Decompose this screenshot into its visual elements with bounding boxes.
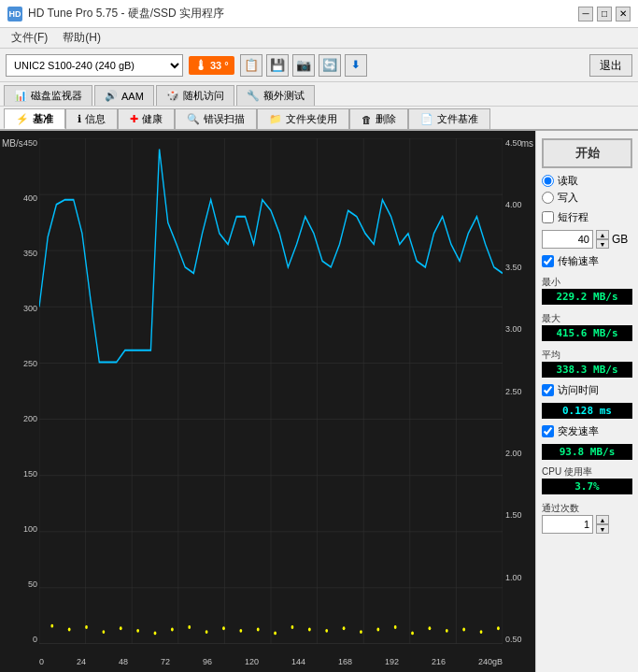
avg-label: 平均 — [542, 349, 632, 362]
delete-icon: 🗑 — [362, 114, 372, 125]
svg-point-29 — [171, 628, 174, 632]
svg-point-46 — [462, 628, 465, 632]
disk-monitor-icon: 📊 — [14, 90, 27, 102]
tab-folder-usage[interactable]: 📁 文件夹使用 — [257, 108, 349, 129]
x-tick-168: 168 — [338, 657, 352, 666]
x-tick-96: 96 — [203, 657, 212, 666]
tab-extra-test[interactable]: 🔧 额外测试 — [236, 85, 315, 106]
x-tick-144: 144 — [291, 657, 305, 666]
gb-unit: GB — [612, 233, 628, 246]
svg-point-36 — [291, 625, 294, 629]
y-tick-200: 200 — [2, 414, 37, 423]
gb-spin-down[interactable]: ▼ — [596, 239, 609, 249]
y2-tick-400: 4.00 — [505, 200, 533, 209]
svg-point-32 — [222, 626, 225, 630]
menu-bar: 文件(F) 帮助(H) — [0, 28, 638, 49]
temp-unit: ° — [224, 60, 228, 71]
gb-input[interactable] — [542, 230, 593, 249]
pass-spin-up[interactable]: ▲ — [596, 515, 609, 524]
tab-random-access[interactable]: 🎲 随机访问 — [156, 85, 234, 106]
random-access-icon: 🎲 — [166, 90, 179, 102]
avg-stat: 平均 338.3 MB/s — [542, 347, 632, 378]
random-access-label: 随机访问 — [183, 89, 224, 103]
access-time-check[interactable]: 访问时间 — [542, 383, 632, 397]
x-tick-0: 0 — [39, 657, 44, 666]
transfer-rate-label: 传输速率 — [558, 254, 599, 268]
write-label: 写入 — [558, 191, 578, 205]
x-axis: 0 24 48 72 96 120 144 168 192 216 240gB — [39, 657, 503, 666]
tab-benchmark[interactable]: ⚡ 基准 — [4, 108, 65, 129]
temp-value: 33 — [210, 60, 221, 71]
svg-point-25 — [103, 630, 106, 634]
transfer-rate-check[interactable]: 传输速率 — [542, 254, 632, 268]
min-stat: 最小 229.2 MB/s — [542, 274, 632, 305]
folder-usage-label: 文件夹使用 — [286, 112, 337, 126]
file-benchmark-label: 文件基准 — [437, 112, 478, 126]
disk-monitor-label: 磁盘监视器 — [31, 89, 82, 103]
exit-button[interactable]: 退出 — [589, 54, 632, 77]
read-radio[interactable]: 读取 — [542, 174, 632, 188]
toolbar-icons: 📋 💾 📷 🔄 ⬇ — [240, 54, 367, 77]
tab-disk-monitor[interactable]: 📊 磁盘监视器 — [4, 85, 92, 106]
start-button[interactable]: 开始 — [542, 138, 632, 168]
y2-tick-350: 3.50 — [505, 263, 533, 272]
tab-file-benchmark[interactable]: 📄 文件基准 — [408, 108, 490, 129]
error-scan-icon: 🔍 — [187, 113, 200, 125]
gb-spinner: ▲ ▼ — [596, 230, 609, 249]
gb-spin-up[interactable]: ▲ — [596, 230, 609, 239]
drive-select[interactable]: UNIC2 S100-240 (240 gB) — [6, 54, 183, 77]
max-stat: 最大 415.6 MB/s — [542, 310, 632, 341]
y-tick-350: 350 — [2, 249, 37, 258]
svg-point-24 — [85, 625, 88, 629]
short-stroke-input[interactable] — [542, 211, 554, 223]
svg-point-35 — [274, 631, 276, 635]
x-tick-24: 24 — [77, 657, 86, 666]
menu-file[interactable]: 文件(F) — [4, 28, 55, 48]
read-radio-input[interactable] — [542, 175, 554, 187]
tab-info[interactable]: ℹ 信息 — [65, 108, 118, 129]
toolbar-btn-1[interactable]: 📋 — [240, 54, 262, 77]
svg-point-31 — [206, 630, 208, 634]
menu-help[interactable]: 帮助(H) — [55, 28, 108, 48]
y-tick-50: 50 — [2, 579, 37, 589]
tab-health[interactable]: ✚ 健康 — [118, 108, 175, 129]
y-axis-right: 4.50 4.00 3.50 3.00 2.50 2.00 1.50 1.00 … — [505, 138, 533, 644]
window-controls: ─ □ ✕ — [578, 7, 631, 21]
write-radio[interactable]: 写入 — [542, 191, 632, 205]
x-tick-192: 192 — [385, 657, 399, 666]
pass-input[interactable] — [542, 515, 593, 534]
benchmark-chart — [39, 138, 503, 644]
tab-error-scan[interactable]: 🔍 错误扫描 — [175, 108, 257, 129]
minimize-button[interactable]: ─ — [578, 7, 593, 21]
close-button[interactable]: ✕ — [616, 7, 631, 21]
toolbar-btn-3[interactable]: 📷 — [292, 54, 315, 77]
write-radio-input[interactable] — [542, 192, 554, 204]
tab-row-1: 📊 磁盘监视器 🔊 AAM 🎲 随机访问 🔧 额外测试 — [0, 82, 638, 107]
y2-tick-250: 2.50 — [505, 387, 533, 396]
y-axis-left: 450 400 350 300 250 200 150 100 50 0 — [2, 138, 37, 644]
tab-delete[interactable]: 🗑 删除 — [349, 108, 408, 129]
gb-input-row: ▲ ▼ GB — [542, 230, 632, 249]
burst-value: 93.8 MB/s — [542, 444, 632, 460]
pass-spin-down[interactable]: ▼ — [596, 524, 609, 534]
toolbar-btn-2[interactable]: 💾 — [266, 54, 289, 77]
transfer-rate-input[interactable] — [542, 255, 554, 267]
burst-input[interactable] — [542, 425, 554, 437]
y-tick-300: 300 — [2, 304, 37, 313]
title-bar: HD HD Tune Pro 5.75 - 硬盘/SSD 实用程序 ─ □ ✕ — [0, 0, 638, 28]
access-time-input[interactable] — [542, 384, 554, 396]
y-tick-0: 0 — [2, 635, 37, 644]
pass-spinner: ▲ ▼ — [596, 515, 609, 534]
svg-point-23 — [68, 628, 71, 632]
toolbar-btn-4[interactable]: 🔄 — [319, 54, 341, 77]
svg-point-42 — [394, 625, 397, 629]
short-stroke-check[interactable]: 短行程 — [542, 210, 632, 224]
access-value: 0.128 ms — [542, 403, 632, 419]
toolbar-btn-5[interactable]: ⬇ — [345, 54, 367, 77]
x-tick-240: 240gB — [478, 657, 503, 666]
tab-aam[interactable]: 🔊 AAM — [94, 85, 154, 106]
maximize-button[interactable]: □ — [597, 7, 612, 21]
burst-check[interactable]: 突发速率 — [542, 424, 632, 438]
x-tick-120: 120 — [245, 657, 259, 666]
info-icon: ℹ — [78, 113, 81, 125]
